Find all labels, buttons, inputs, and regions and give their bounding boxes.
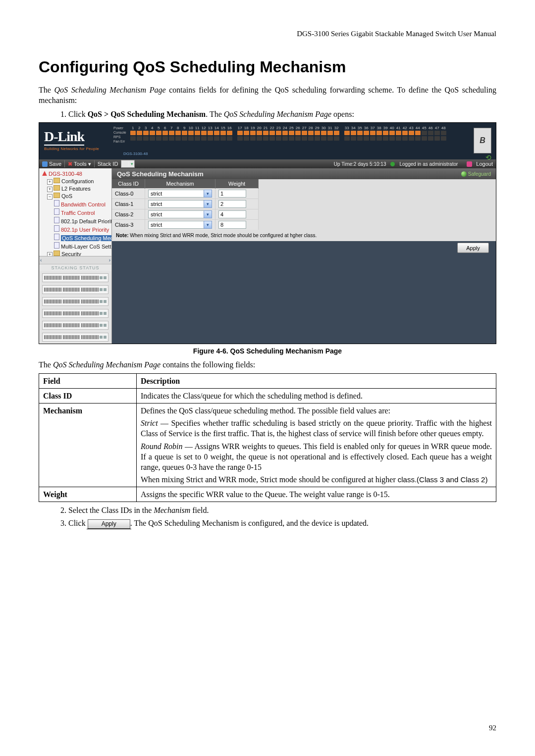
- tree-qos[interactable]: −QoS: [40, 193, 110, 200]
- cell-classid: Class-1: [112, 199, 145, 209]
- weight-input[interactable]: [218, 221, 246, 229]
- expand-icon[interactable]: +: [47, 187, 53, 192]
- desc-mechanism: Defines the QoS class/queue scheduling m…: [137, 403, 496, 487]
- weight-input[interactable]: [218, 210, 246, 218]
- status-leds: Power Console RPS Fan Err: [111, 123, 128, 144]
- page-icon: [54, 225, 59, 232]
- status-dot-icon: [390, 162, 395, 166]
- page-title: Configuring QoS Scheduling Mechanism: [39, 58, 496, 76]
- brand-tagline: Building Networks for People: [44, 147, 111, 151]
- stack-unit: [42, 309, 108, 318]
- table-row: Class-1strict▾: [112, 199, 259, 209]
- logout-link[interactable]: Logout: [476, 161, 493, 167]
- scroll-left-icon[interactable]: ‹: [40, 257, 42, 263]
- step1-c: . The: [206, 110, 224, 118]
- apply-button[interactable]: Apply: [457, 243, 489, 253]
- steps-list: Click QoS > QoS Scheduling Mechanism. Th…: [58, 109, 496, 120]
- mech-p2: Strict — Specifies whether traffic sched…: [141, 418, 492, 439]
- field-weight: Weight: [39, 487, 137, 502]
- th-mechanism: Mechanism: [145, 179, 215, 189]
- step3-a: Click: [68, 519, 88, 527]
- th-weight: Weight: [215, 179, 259, 189]
- tree-traffic[interactable]: Traffic Control: [40, 208, 110, 217]
- after-figure-para: The QoS Scheduling Mechanism Page contai…: [39, 360, 496, 370]
- tree-user-priority[interactable]: 802.1p User Priority: [40, 225, 110, 234]
- panel-titlebar: QoS Scheduling Mechanism Safeguard: [112, 168, 496, 179]
- save-button[interactable]: Save: [42, 161, 61, 167]
- stack-unit: [42, 333, 108, 342]
- safeguard-badge: Safeguard: [461, 171, 491, 177]
- cell-mechanism: strict▾: [145, 189, 215, 199]
- desc-classid: Indicates the Class/queue for which the …: [137, 389, 496, 403]
- port-panel: 1234567891011121314151617181920212223242…: [128, 123, 496, 142]
- tree-security[interactable]: +Security: [40, 251, 110, 256]
- note-bold: Note:: [116, 233, 129, 238]
- device-icon: [42, 171, 47, 176]
- tree-root[interactable]: DGS-3100-48: [40, 170, 110, 178]
- folder-icon: [54, 251, 60, 256]
- cell-weight: [215, 220, 259, 230]
- th-classid: Class ID: [112, 179, 145, 189]
- table-row: Class-3strict▾: [112, 220, 259, 230]
- mech-rr-em: Round Robin: [141, 442, 182, 451]
- intro-b: QoS Scheduling Mechanism Page: [54, 86, 165, 94]
- mechanism-dropdown[interactable]: ▾: [204, 200, 212, 208]
- folder-icon: [54, 193, 60, 198]
- collapse-icon[interactable]: −: [47, 194, 53, 200]
- mechanism-value: strict: [148, 200, 204, 208]
- desc-row-classid: Class ID Indicates the Class/queue for w…: [39, 389, 496, 403]
- tree-multilayer-cos[interactable]: Multi-Layer CoS Setting: [40, 242, 110, 251]
- step3-b: . The QoS Scheduling Mechanism is config…: [130, 519, 369, 527]
- afterfig-b: QoS Scheduling Mechanism Page: [53, 360, 160, 369]
- expand-icon[interactable]: +: [47, 252, 53, 256]
- app-toolbar: Save ✖ Tools ▾ Stack ID 1 ▾ Up Time:2 da…: [39, 159, 496, 168]
- step1-a: Click: [68, 110, 88, 118]
- mechanism-dropdown[interactable]: ▾: [204, 210, 212, 218]
- tree-label: Multi-Layer CoS Setting: [61, 244, 111, 250]
- running-head: DGS-3100 Series Gigabit Stackable Manage…: [39, 30, 496, 38]
- tools-x-icon: ✖: [68, 161, 72, 167]
- expand-icon[interactable]: +: [47, 179, 53, 185]
- tree-l2features[interactable]: +L2 Features: [40, 185, 110, 193]
- field-description-table: Field Description Class ID Indicates the…: [39, 373, 496, 502]
- intro-paragraph: The QoS Scheduling Mechanism Page contai…: [39, 85, 496, 106]
- tree-label: Traffic Control: [61, 210, 95, 216]
- mechanism-dropdown[interactable]: ▾: [204, 190, 212, 198]
- stackid-dropdown[interactable]: 1 ▾: [121, 160, 135, 168]
- logged-in-text: Logged in as administrator: [399, 161, 458, 167]
- stacking-status-title: STACKING STATUS: [39, 264, 111, 271]
- page-icon: [54, 234, 59, 240]
- step2-b: Mechanism: [154, 506, 190, 514]
- qos-table: Class ID Mechanism Weight Class-0strict▾…: [112, 179, 259, 230]
- stackid-label: Stack ID: [98, 161, 118, 167]
- mech-p4: When mixing Strict and WRR mode, Strict …: [141, 474, 492, 485]
- tree-bandwidth[interactable]: Bandwidth Control: [40, 200, 110, 208]
- afterfig-c: contains the following fields:: [160, 360, 255, 369]
- desc-header-row: Field Description: [39, 373, 496, 388]
- content-pane: QoS Scheduling Mechanism Safeguard Class…: [112, 168, 496, 344]
- cell-weight: [215, 189, 259, 199]
- expand-box-icon: B: [474, 128, 491, 153]
- weight-input[interactable]: [218, 190, 246, 198]
- folder-icon: [54, 185, 60, 191]
- mech-strict-txt: — Specifies whether traffic scheduling i…: [141, 419, 492, 438]
- tree-default-priority[interactable]: 802.1p Default Priority: [40, 217, 110, 225]
- tree-configuration[interactable]: +Configuration: [40, 178, 110, 185]
- tree-qos-scheduling[interactable]: QoS Scheduling Mechanism: [40, 234, 110, 242]
- disk-icon: [42, 161, 48, 167]
- page-icon: [54, 242, 59, 249]
- desc-row-weight: Weight Assigns the specific WRR value to…: [39, 487, 496, 502]
- step1-d: QoS Scheduling Mechanism Page: [224, 110, 331, 118]
- logout-icon: [467, 161, 472, 167]
- weight-input[interactable]: [218, 200, 246, 208]
- tools-menu[interactable]: ✖ Tools ▾: [68, 161, 91, 167]
- nav-tree[interactable]: DGS-3100-48 +Configuration +L2 Features …: [39, 168, 111, 256]
- scroll-right-icon[interactable]: ›: [109, 257, 110, 263]
- step-3: Click Apply . The QoS Scheduling Mechani…: [68, 518, 496, 529]
- afterfig-a: The: [39, 360, 53, 369]
- mechanism-dropdown[interactable]: ▾: [204, 221, 212, 229]
- dlink-logo-block: D-Link Building Networks for People: [39, 123, 111, 151]
- tree-hscrollbar[interactable]: ‹ ›: [39, 256, 111, 264]
- toolbar-divider: [94, 160, 95, 167]
- tree-label: Security: [61, 251, 81, 256]
